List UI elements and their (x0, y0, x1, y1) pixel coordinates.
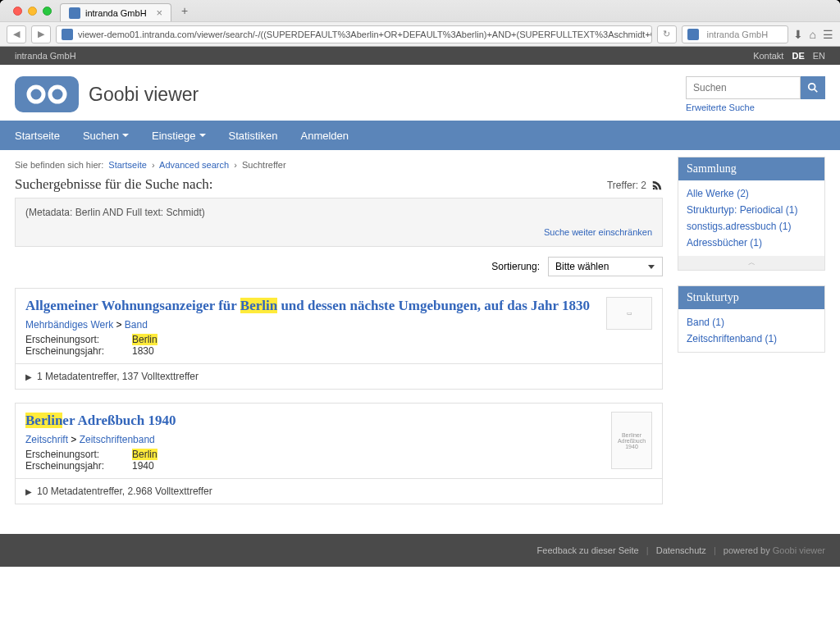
result-title[interactable]: Berliner Adreßbuch 1940 (25, 412, 600, 430)
brand-label: intranda GmbH (15, 51, 76, 61)
address-bar-row: ◀ ▶ viewer-demo01.intranda.com/viewer/se… (0, 21, 840, 46)
sidebar: Sammlung Alle Werke (2) Strukturtyp: Per… (678, 157, 825, 518)
result-thumbnail[interactable]: ▭ (606, 297, 652, 330)
advanced-search-link[interactable]: Erweiterte Suche (686, 103, 755, 112)
browser-toolbar-icons: ⬇ ⌂ ☰ (793, 28, 833, 41)
logo-icon (15, 76, 79, 112)
footer-feedback-link[interactable]: Feedback zu dieser Seite (537, 545, 639, 555)
result-item: Berliner Adreßbuch 1940 Zeitschrift > Ze… (15, 403, 663, 504)
rss-icon[interactable] (651, 180, 663, 191)
url-bar[interactable]: viewer-demo01.intranda.com/viewer/search… (56, 25, 652, 43)
facet-sammlung: Sammlung Alle Werke (2) Strukturtyp: Per… (678, 157, 825, 271)
close-window-button[interactable] (13, 7, 22, 16)
meta-label: Erscheinungsjahr: (25, 345, 132, 357)
type-link[interactable]: Mehrbändiges Werk (25, 319, 113, 331)
chevron-up-icon[interactable]: ︿ (678, 256, 824, 270)
sort-select[interactable]: Bitte wählen (548, 257, 663, 276)
facet-link[interactable]: Band (1) (687, 314, 816, 331)
result-title[interactable]: Allgemeiner Wohnungsanzeiger für Berlin … (25, 297, 595, 315)
lang-en-link[interactable]: EN (813, 51, 825, 61)
facet-link[interactable]: Zeitschriftenband (1) (687, 331, 816, 347)
menu-icon[interactable]: ☰ (823, 28, 833, 41)
reload-button[interactable]: ↻ (657, 25, 677, 43)
top-bar: intranda GmbH Kontakt DE EN (0, 47, 840, 65)
search-button[interactable] (801, 76, 825, 99)
meta-label: Erscheinungsjahr: (25, 460, 132, 472)
facet-link[interactable]: Adressbücher (1) (687, 235, 816, 251)
maximize-window-button[interactable] (43, 7, 52, 16)
nav-statistiken[interactable]: Statistiken (217, 121, 290, 150)
result-expand[interactable]: ▶ 1 Metadatentreffer, 137 Volltexttreffe… (16, 363, 662, 389)
page-content: intranda GmbH Kontakt DE EN Goobi viewer (0, 47, 840, 643)
close-tab-icon[interactable]: × (157, 7, 163, 19)
url-text: viewer-demo01.intranda.com/viewer/search… (78, 30, 652, 39)
search-favicon (687, 29, 699, 40)
svg-point-0 (29, 87, 43, 102)
new-tab-button[interactable]: + (176, 2, 193, 19)
facet-link[interactable]: sonstigs.adressbuch (1) (687, 218, 816, 235)
header: Goobi viewer Erweiterte Suche (0, 65, 840, 121)
caret-down-icon (122, 134, 129, 137)
svg-point-2 (809, 84, 815, 90)
type-link[interactable]: Zeitschrift (25, 434, 68, 445)
browser-tab[interactable]: intranda GmbH × (60, 3, 171, 21)
arrow-right-icon: ▶ (25, 487, 32, 496)
meta-value: Berlin (132, 334, 158, 345)
minimize-window-button[interactable] (28, 7, 37, 16)
nav-einstiege[interactable]: Einstiege (140, 121, 217, 150)
download-icon[interactable]: ⬇ (793, 28, 803, 41)
facet-link[interactable]: Strukturtyp: Periodical (1) (687, 202, 816, 218)
tab-favicon (69, 7, 80, 19)
browser-search-field[interactable]: intranda GmbH (682, 25, 788, 43)
logo[interactable]: Goobi viewer (15, 76, 199, 112)
type-link[interactable]: Band (125, 319, 148, 331)
lang-de-link[interactable]: DE (792, 51, 804, 61)
breadcrumb-home[interactable]: Startseite (108, 160, 146, 170)
caret-down-icon (199, 134, 206, 137)
arrow-right-icon: ▶ (25, 372, 32, 381)
result-type: Zeitschrift > Zeitschriftenband (25, 434, 600, 445)
facet-struktur: Strukturtyp Band (1) Zeitschriftenband (… (678, 285, 825, 353)
query-text: (Metadata: Berlin AND Full text: Schmidt… (25, 207, 652, 218)
window-controls (7, 7, 55, 16)
home-icon[interactable]: ⌂ (810, 28, 816, 41)
hit-count: Treffer: 2 (607, 180, 663, 191)
facet-link[interactable]: Alle Werke (2) (687, 185, 816, 202)
meta-value: Berlin (132, 449, 158, 460)
main-nav: Startseite Suchen Einstiege Statistiken … (0, 121, 840, 150)
footer: Feedback zu dieser Seite | Datenschutz |… (0, 534, 840, 567)
goobi-viewer-label: Goobi viewer (773, 545, 825, 555)
breadcrumb-advanced[interactable]: Advanced search (159, 160, 229, 170)
back-button[interactable]: ◀ (7, 25, 26, 43)
breadcrumb: Sie befinden sich hier: Startseite › Adv… (15, 157, 663, 176)
svg-point-1 (50, 87, 65, 102)
result-expand[interactable]: ▶ 10 Metadatentreffer, 2.968 Volltexttre… (16, 478, 662, 504)
results-header: Suchergebnisse für die Suche nach: Treff… (15, 176, 663, 193)
result-item: Allgemeiner Wohnungsanzeiger für Berlin … (15, 288, 663, 390)
content-wrap: Sie befinden sich hier: Startseite › Adv… (0, 150, 840, 534)
nav-startseite[interactable]: Startseite (15, 121, 71, 150)
powered-by-label: powered by (724, 545, 770, 555)
tab-title: intranda GmbH (85, 8, 147, 18)
header-search: Erweiterte Suche (686, 76, 825, 112)
type-link[interactable]: Zeitschriftenband (80, 434, 155, 445)
logo-text: Goobi viewer (89, 84, 199, 106)
url-favicon (62, 29, 73, 40)
refine-search-link[interactable]: Suche weiter einschränken (544, 227, 652, 237)
nav-suchen[interactable]: Suchen (71, 121, 140, 150)
result-thumbnail[interactable]: Berliner Adreßbuch 1940 (611, 412, 652, 469)
sort-label: Sortierung: (491, 261, 540, 272)
meta-value: 1940 (132, 460, 154, 472)
footer-datenschutz-link[interactable]: Datenschutz (656, 545, 706, 555)
meta-label: Erscheinungsort: (25, 334, 132, 345)
meta-label: Erscheinungsort: (25, 449, 132, 460)
results-title: Suchergebnisse für die Suche nach: (15, 176, 212, 193)
svg-line-3 (815, 89, 818, 93)
result-type: Mehrbändiges Werk > Band (25, 319, 595, 331)
search-input[interactable] (686, 76, 801, 99)
forward-button[interactable]: ▶ (31, 25, 51, 43)
contact-link[interactable]: Kontakt (753, 51, 783, 61)
nav-anmelden[interactable]: Anmelden (289, 121, 360, 150)
browser-chrome: intranda GmbH × + ◀ ▶ viewer-demo01.intr… (0, 0, 840, 47)
query-box: (Metadata: Berlin AND Full text: Schmidt… (15, 198, 663, 247)
